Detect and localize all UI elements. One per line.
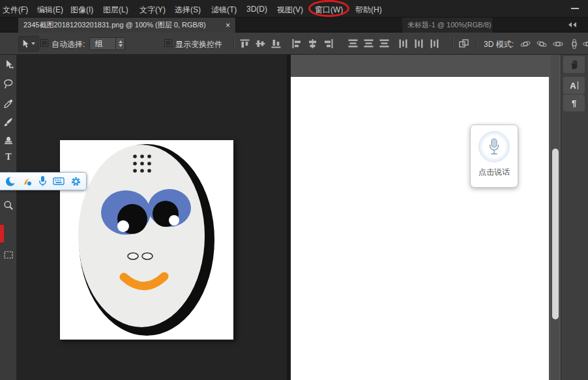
eyedropper-tool-icon bbox=[3, 98, 14, 109]
align-vertical-center-icon[interactable] bbox=[256, 39, 265, 48]
move-tool-icon bbox=[4, 59, 14, 70]
menu-select[interactable]: 选择(S) bbox=[175, 5, 201, 16]
menu-image[interactable]: 图像(I) bbox=[70, 5, 93, 16]
move-tool-icon bbox=[21, 39, 30, 49]
separator bbox=[233, 37, 234, 50]
voice-input-widget[interactable]: 点击说话 bbox=[470, 124, 518, 188]
distribute-right-icon[interactable] bbox=[430, 39, 440, 48]
text-tool[interactable]: T bbox=[3, 151, 14, 163]
canvas-document-2[interactable]: 点击说话 bbox=[291, 55, 561, 380]
blank-canvas[interactable] bbox=[291, 77, 549, 380]
clone-stamp-tool-icon bbox=[3, 135, 14, 145]
menu-window[interactable]: 窗口(W) bbox=[315, 5, 343, 16]
panel-dock-strip: A ¶ bbox=[561, 55, 588, 380]
lasso-tool-icon bbox=[3, 79, 14, 89]
hand-icon bbox=[569, 59, 579, 70]
show-transform-label: 显示变换控件 bbox=[175, 39, 222, 50]
lasso-tool[interactable] bbox=[3, 78, 14, 90]
auto-select-target-dropdown[interactable]: 组 bbox=[89, 37, 125, 50]
vertical-scrollbar[interactable] bbox=[551, 55, 559, 380]
menu-view[interactable]: 视图(V) bbox=[277, 5, 303, 16]
tab-title: 2345截图20181203201831.png @ 100% (图层 0, R… bbox=[23, 20, 206, 30]
menu-layer[interactable]: 图层(L) bbox=[103, 5, 128, 16]
align-right-icon[interactable] bbox=[323, 39, 333, 48]
move-tool[interactable] bbox=[3, 59, 14, 70]
menu-bar: 文件(F) 编辑(E) 图像(I) 图层(L) 文字(Y) 选择(S) 滤镜(T… bbox=[0, 0, 588, 18]
minimize-button[interactable] bbox=[567, 3, 583, 14]
dock-button-character-panel[interactable]: A bbox=[563, 77, 585, 94]
text-cursor-icon bbox=[578, 81, 578, 89]
tab-document-2[interactable]: 未标题-1 @ 100%(RGB/8) × bbox=[402, 18, 493, 33]
menu-type[interactable]: 文字(Y) bbox=[140, 5, 166, 16]
ime-logo-icon[interactable] bbox=[22, 176, 33, 187]
scrollbar-thumb[interactable] bbox=[552, 149, 559, 319]
align-horizontal-center-icon[interactable] bbox=[308, 39, 317, 48]
ime-toolbar[interactable] bbox=[0, 172, 87, 190]
close-icon[interactable]: × bbox=[492, 21, 493, 30]
eyedropper-tool[interactable] bbox=[3, 98, 14, 110]
minimize-icon bbox=[571, 8, 579, 9]
auto-align-layers-icon[interactable] bbox=[459, 39, 469, 48]
character-panel-icon: A bbox=[570, 81, 576, 91]
brush-tool-icon bbox=[3, 117, 14, 127]
marquee-tool-icon bbox=[3, 250, 14, 260]
zoom-tool[interactable] bbox=[3, 199, 14, 211]
document-tab-bar: 2345截图20181203201831.png @ 100% (图层 0, R… bbox=[0, 18, 588, 33]
align-left-icon[interactable] bbox=[292, 39, 302, 48]
zoom-tool-icon bbox=[3, 200, 14, 211]
brush-tool[interactable] bbox=[3, 116, 14, 128]
separator bbox=[452, 37, 453, 50]
tool-preset-picker[interactable] bbox=[18, 36, 39, 51]
align-bottom-icon[interactable] bbox=[271, 39, 281, 48]
menu-edit[interactable]: 编辑(E) bbox=[37, 5, 63, 16]
ime-settings-gear-icon[interactable] bbox=[70, 176, 81, 187]
dock-button-paragraph-panel[interactable]: ¶ bbox=[563, 95, 585, 111]
tab-document-1[interactable]: 2345截图20181203201831.png @ 100% (图层 0, R… bbox=[18, 18, 236, 33]
tab-title: 未标题-1 @ 100%(RGB/8) bbox=[407, 20, 492, 30]
collapse-panels-icon[interactable] bbox=[568, 22, 576, 27]
clone-stamp-tool[interactable] bbox=[3, 134, 14, 146]
ime-microphone-icon[interactable] bbox=[38, 175, 47, 187]
menu-3d[interactable]: 3D(D) bbox=[246, 5, 267, 14]
tool-strip: T bbox=[0, 55, 17, 380]
dropdown-value: 组 bbox=[90, 38, 115, 50]
menu-help[interactable]: 帮助(H) bbox=[355, 5, 382, 16]
caret-down-icon bbox=[31, 42, 35, 45]
paragraph-panel-icon: ¶ bbox=[572, 98, 576, 108]
show-transform-checkbox[interactable] bbox=[164, 39, 172, 47]
distribute-left-icon[interactable] bbox=[399, 39, 409, 48]
marquee-tool[interactable] bbox=[3, 249, 14, 261]
slide-3d-icon[interactable] bbox=[569, 39, 580, 49]
spinner-icon[interactable] bbox=[115, 38, 125, 50]
distribute-bottom-icon[interactable] bbox=[379, 39, 389, 48]
voice-widget-label: 点击说话 bbox=[478, 167, 510, 178]
menu-file[interactable]: 文件(F) bbox=[3, 5, 28, 16]
drag-3d-icon[interactable] bbox=[553, 39, 563, 49]
cartoon-face-graphic bbox=[60, 140, 233, 340]
photoshop-app-window: 文件(F) 编辑(E) 图像(I) 图层(L) 文字(Y) 选择(S) 滤镜(T… bbox=[0, 0, 588, 380]
canvas-document-1[interactable] bbox=[17, 55, 287, 380]
options-bar: 自动选择: 组 显示变换控件 3D 模式: bbox=[0, 33, 588, 55]
spinner-up-icon bbox=[119, 40, 123, 43]
distribute-top-icon[interactable] bbox=[348, 39, 358, 48]
align-top-icon[interactable] bbox=[240, 39, 250, 48]
distribute-vertical-center-icon[interactable] bbox=[364, 39, 374, 48]
auto-select-label: 自动选择: bbox=[51, 39, 85, 50]
microphone-icon bbox=[488, 138, 501, 156]
spinner-down-icon bbox=[119, 44, 123, 47]
roll-3d-icon[interactable] bbox=[537, 39, 547, 49]
microphone-button[interactable] bbox=[478, 131, 510, 162]
red-annotation-rectangle bbox=[0, 225, 4, 242]
ime-crescent-icon[interactable] bbox=[5, 176, 16, 187]
ime-keyboard-icon[interactable] bbox=[53, 177, 65, 186]
face-image[interactable] bbox=[60, 140, 233, 340]
distribute-horizontal-center-icon[interactable] bbox=[415, 39, 424, 48]
orbit-3d-icon[interactable] bbox=[520, 39, 531, 49]
dock-button-hand[interactable] bbox=[563, 56, 585, 73]
mode-3d-label: 3D 模式: bbox=[484, 39, 514, 50]
auto-select-checkbox[interactable] bbox=[40, 39, 48, 47]
scale-3d-icon[interactable] bbox=[583, 39, 588, 49]
close-icon[interactable]: × bbox=[220, 21, 230, 30]
menu-filter[interactable]: 滤镜(T) bbox=[211, 5, 237, 16]
separator bbox=[476, 37, 477, 50]
